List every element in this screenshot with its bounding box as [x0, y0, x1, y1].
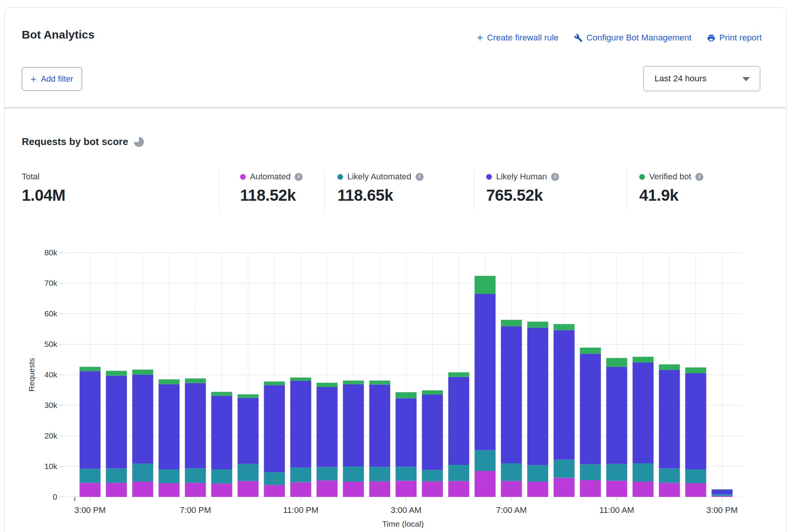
bar-segment-likely_automated[interactable] [580, 464, 601, 480]
bar-segment-likely_human[interactable] [317, 387, 338, 467]
bar-segment-likely_automated[interactable] [290, 468, 311, 482]
add-filter-button[interactable]: + Add filter [22, 67, 82, 91]
bar-segment-automated[interactable] [132, 482, 153, 497]
bar-segment-likely_human[interactable] [527, 328, 548, 465]
bar-segment-verified_bot[interactable] [527, 322, 548, 328]
bar-segment-automated[interactable] [448, 481, 469, 497]
bar-segment-verified_bot[interactable] [554, 324, 575, 330]
bar-segment-likely_human[interactable] [606, 367, 627, 464]
bar-segment-verified_bot[interactable] [185, 379, 206, 383]
info-icon[interactable]: i [295, 173, 303, 181]
bar-segment-automated[interactable] [106, 483, 127, 497]
bar-segment-verified_bot[interactable] [422, 390, 443, 395]
bar-segment-verified_bot[interactable] [369, 380, 390, 384]
bar-segment-automated[interactable] [554, 478, 575, 497]
bar-segment-likely_human[interactable] [685, 373, 706, 469]
bar-segment-likely_automated[interactable] [685, 469, 706, 483]
bar-segment-verified_bot[interactable] [396, 392, 417, 398]
print-report-link[interactable]: Print report [707, 33, 762, 43]
bar-segment-likely_automated[interactable] [422, 470, 443, 482]
bar-segment-likely_human[interactable] [448, 377, 469, 465]
bar-segment-automated[interactable] [580, 480, 601, 497]
bar-segment-likely_automated[interactable] [369, 467, 390, 482]
time-range-select[interactable]: Last 24 hours [643, 66, 760, 91]
bar-segment-likely_human[interactable] [80, 371, 101, 469]
bar-segment-likely_automated[interactable] [396, 467, 417, 481]
bar-segment-likely_human[interactable] [633, 363, 654, 463]
bar-segment-likely_human[interactable] [238, 398, 259, 464]
bar-segment-automated[interactable] [238, 481, 259, 497]
bar-segment-likely_automated[interactable] [106, 469, 127, 483]
bar-segment-automated[interactable] [185, 483, 206, 497]
bar-segment-automated[interactable] [396, 481, 417, 497]
bar-segment-automated[interactable] [422, 481, 443, 497]
bar-segment-verified_bot[interactable] [633, 357, 654, 363]
bar-segment-likely_human[interactable] [211, 396, 232, 469]
bar-segment-automated[interactable] [317, 480, 338, 497]
bar-segment-likely_human[interactable] [290, 381, 311, 468]
bar-segment-automated[interactable] [501, 481, 522, 497]
bar-segment-likely_automated[interactable] [238, 464, 259, 481]
bar-segment-likely_automated[interactable] [343, 466, 364, 482]
bar-segment-automated[interactable] [159, 483, 180, 497]
bar-segment-automated[interactable] [606, 481, 627, 497]
bar-segment-likely_automated[interactable] [475, 450, 496, 471]
bar-segment-automated[interactable] [712, 496, 733, 497]
bar-segment-automated[interactable] [211, 484, 232, 497]
bar-segment-automated[interactable] [80, 483, 101, 497]
bar-segment-verified_bot[interactable] [211, 392, 232, 396]
bar-segment-verified_bot[interactable] [132, 369, 153, 375]
bar-segment-likely_human[interactable] [554, 330, 575, 459]
bar-segment-automated[interactable] [369, 481, 390, 497]
bar-segment-likely_human[interactable] [396, 398, 417, 467]
bar-segment-likely_human[interactable] [264, 385, 285, 472]
bar-segment-likely_automated[interactable] [606, 464, 627, 481]
bar-segment-likely_automated[interactable] [264, 472, 285, 485]
bar-segment-verified_bot[interactable] [712, 489, 733, 490]
bar-segment-automated[interactable] [264, 485, 285, 497]
configure-bot-management-link[interactable]: Configure Bot Management [574, 33, 692, 43]
bar-segment-likely_human[interactable] [475, 294, 496, 450]
info-icon[interactable]: i [416, 173, 424, 181]
bar-segment-likely_automated[interactable] [185, 469, 206, 483]
bar-segment-likely_automated[interactable] [633, 463, 654, 482]
bar-segment-verified_bot[interactable] [106, 371, 127, 376]
bar-segment-verified_bot[interactable] [501, 320, 522, 326]
create-firewall-rule-link[interactable]: + Create firewall rule [477, 33, 559, 43]
bar-segment-verified_bot[interactable] [317, 383, 338, 387]
bar-segment-likely_automated[interactable] [554, 459, 575, 478]
bar-segment-automated[interactable] [290, 482, 311, 497]
bar-segment-likely_human[interactable] [422, 395, 443, 470]
bar-segment-likely_human[interactable] [185, 383, 206, 469]
bar-segment-verified_bot[interactable] [475, 276, 496, 294]
bar-segment-likely_automated[interactable] [80, 469, 101, 483]
bar-segment-verified_bot[interactable] [580, 348, 601, 354]
bar-segment-likely_automated[interactable] [317, 467, 338, 480]
bar-segment-automated[interactable] [685, 483, 706, 497]
bar-segment-likely_automated[interactable] [659, 469, 680, 483]
bar-segment-likely_human[interactable] [132, 375, 153, 464]
bar-segment-likely_human[interactable] [712, 490, 733, 495]
bar-segment-verified_bot[interactable] [659, 364, 680, 370]
bar-segment-verified_bot[interactable] [290, 377, 311, 381]
bar-segment-likely_human[interactable] [159, 384, 180, 469]
bar-segment-verified_bot[interactable] [606, 358, 627, 367]
bar-segment-likely_human[interactable] [580, 354, 601, 464]
bar-segment-verified_bot[interactable] [159, 379, 180, 384]
bar-segment-verified_bot[interactable] [448, 372, 469, 377]
bar-segment-automated[interactable] [475, 471, 496, 497]
bar-segment-likely_human[interactable] [343, 384, 364, 466]
bar-segment-likely_human[interactable] [659, 370, 680, 468]
bar-segment-likely_human[interactable] [369, 385, 390, 467]
info-icon[interactable]: i [551, 173, 559, 181]
bar-segment-likely_automated[interactable] [712, 495, 733, 496]
bar-segment-likely_automated[interactable] [501, 463, 522, 481]
bar-segment-likely_automated[interactable] [159, 469, 180, 483]
bar-segment-likely_human[interactable] [501, 326, 522, 463]
bar-segment-verified_bot[interactable] [238, 394, 259, 398]
info-icon[interactable]: i [695, 173, 703, 181]
bar-segment-likely_automated[interactable] [448, 465, 469, 481]
bar-segment-likely_automated[interactable] [132, 464, 153, 482]
bar-segment-automated[interactable] [659, 483, 680, 497]
bar-segment-verified_bot[interactable] [685, 368, 706, 373]
